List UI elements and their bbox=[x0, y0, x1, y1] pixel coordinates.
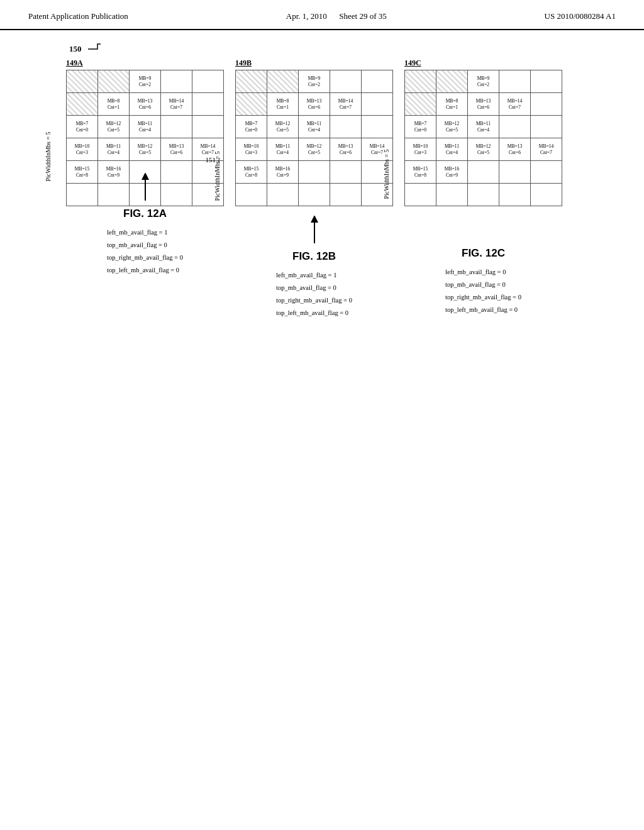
flags-12C: left_mb_avail_flag = 0 top_mb_avail_flag… bbox=[445, 266, 521, 316]
arrow-up-A bbox=[66, 173, 224, 201]
flags-12B: left_mb_avail_flag = 1 top_mb_avail_flag… bbox=[276, 269, 352, 319]
flags-12A: left_mb_avail_flag = 1 top_mb_avail_flag… bbox=[107, 226, 183, 277]
ref-149B: 149B bbox=[235, 58, 252, 68]
grid-149B: MB=9Cnt=2 MB=8Cnt=1 MB=13Cnt=6 MB=14Cnt=… bbox=[235, 70, 393, 206]
fig-12A-label: FIG. 12A bbox=[123, 208, 167, 220]
arrow-up-B bbox=[235, 216, 393, 244]
pic-width-label-B: PicWidthInMbs = 5 bbox=[214, 151, 221, 201]
header: Patent Application Publication Apr. 1, 2… bbox=[0, 0, 644, 30]
grid-149C: MB=9Cnt=2 MB=8Cnt=1 MB=13Cnt=6 MB=14Cnt=… bbox=[404, 70, 562, 206]
diagram-149B: PicWidthInMbs = 5 149B MB=9Cnt=2 MB=8 bbox=[235, 58, 393, 319]
header-right: US 2010/0080284 A1 bbox=[545, 11, 616, 21]
pic-width-label-C: PicWidthInMbs = 5 bbox=[383, 150, 390, 199]
diagram-149C: PicWidthInMbs = 5 149C MB=9Cnt=2 MB=8 bbox=[404, 58, 562, 316]
ref-149C: 149C bbox=[404, 58, 421, 68]
page: Patent Application Publication Apr. 1, 2… bbox=[0, 0, 644, 830]
pic-width-label-A: PicWidthInMbs = 5 bbox=[45, 131, 52, 181]
fig-12C-label: FIG. 12C bbox=[462, 247, 505, 260]
diagram-149A: PicWidthInMbs = 5 149A MB=9Cnt=2 bbox=[66, 58, 224, 277]
fig-12B-label: FIG. 12B bbox=[292, 250, 336, 263]
header-center: Apr. 1, 2010 Sheet 29 of 35 bbox=[286, 11, 387, 21]
header-left: Patent Application Publication bbox=[28, 11, 128, 21]
ref-150: 150 bbox=[69, 44, 82, 54]
ref-149A: 149A bbox=[66, 58, 83, 68]
